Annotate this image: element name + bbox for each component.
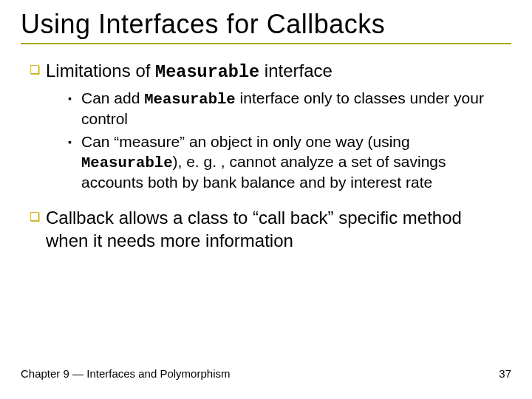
bullet-marker-icon: ❏ (30, 206, 46, 228)
footer-chapter: Chapter 9 — Interfaces and Polymorphism (21, 367, 230, 380)
slide-footer: Chapter 9 — Interfaces and Polymorphism … (21, 367, 511, 380)
slide-body: ❏ Limitations of Measurable interface ▪ … (21, 59, 511, 252)
bullet-marker-icon: ❏ (30, 59, 46, 81)
text-fragment: Can add (81, 89, 144, 106)
bullet-text: Callback allows a class to “call back” s… (46, 206, 505, 252)
text-fragment: interface (259, 61, 332, 81)
subbullet-can-add: ▪ Can add Measurable interface only to c… (68, 89, 505, 129)
code-fragment: Measurable (81, 154, 173, 171)
bullet-text: Can add Measurable interface only to cla… (81, 89, 505, 129)
bullet-marker-icon: ▪ (68, 132, 81, 151)
code-fragment: Measurable (144, 91, 236, 108)
bullet-marker-icon: ▪ (68, 89, 81, 108)
title-underline (21, 43, 511, 44)
code-fragment: Measurable (155, 62, 259, 82)
bullet-callback: ❏ Callback allows a class to “call back”… (30, 206, 505, 252)
text-fragment: Can “measure” an object in only one way … (81, 133, 410, 150)
slide: Using Interfaces for Callbacks ❏ Limitat… (0, 0, 532, 399)
bullet-text: Limitations of Measurable interface (46, 59, 505, 84)
text-fragment: Limitations of (46, 61, 155, 81)
bullet-text: Can “measure” an object in only one way … (81, 132, 505, 193)
footer-page-number: 37 (499, 367, 511, 380)
bullet-limitations: ❏ Limitations of Measurable interface (30, 59, 505, 84)
subbullet-one-way: ▪ Can “measure” an object in only one wa… (68, 132, 505, 193)
slide-title: Using Interfaces for Callbacks (21, 9, 511, 40)
